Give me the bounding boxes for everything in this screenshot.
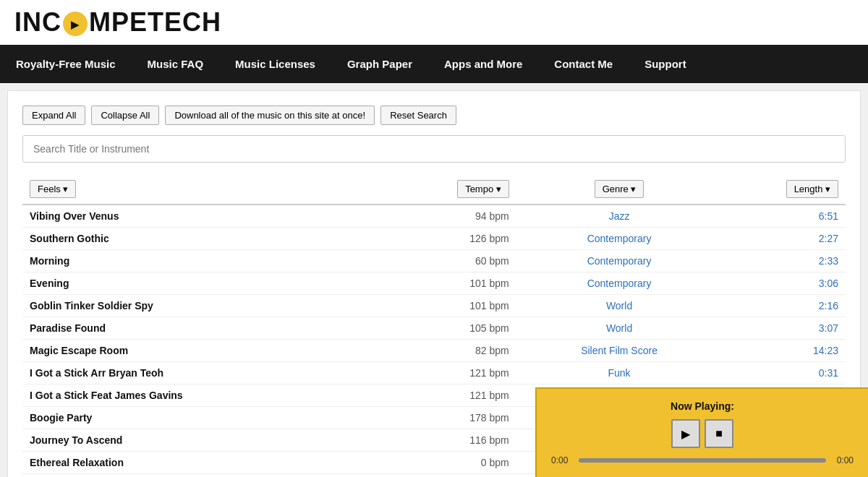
- feels-filter[interactable]: Feels ▾: [30, 180, 76, 198]
- play-button[interactable]: ▶: [671, 419, 700, 448]
- track-bpm: 126 bpm: [393, 228, 516, 250]
- track-bpm: 101 bpm: [393, 272, 516, 295]
- track-bpm: 60 bpm: [393, 250, 516, 272]
- track-length: 3:07: [722, 317, 846, 340]
- nav-graph-paper[interactable]: Graph Paper: [331, 45, 428, 83]
- track-bpm: 121 bpm: [393, 384, 516, 407]
- table-row[interactable]: Evening 101 bpm Contemporary 3:06: [22, 272, 846, 295]
- collapse-all-button[interactable]: Collapse All: [91, 106, 159, 125]
- track-title: Vibing Over Venus: [22, 205, 393, 228]
- track-genre: Contemporary: [516, 250, 723, 272]
- track-length: 6:51: [722, 205, 846, 228]
- track-bpm: 94 bpm: [393, 205, 516, 228]
- track-length: 2:33: [722, 250, 846, 272]
- nav-music-licenses[interactable]: Music Licenses: [219, 45, 331, 83]
- track-title: I Got a Stick Feat James Gavins: [22, 384, 393, 407]
- nav-royalty-free[interactable]: Royalty-Free Music: [0, 45, 132, 83]
- main-nav: Royalty-Free MusicMusic FAQMusic License…: [0, 45, 868, 83]
- expand-all-button[interactable]: Expand All: [22, 106, 85, 125]
- download-all-button[interactable]: Download all of the music on this site a…: [165, 106, 375, 125]
- time-start: 0:00: [551, 455, 573, 465]
- track-bpm: 101 bpm: [393, 295, 516, 317]
- track-title: Paradise Found: [22, 317, 393, 340]
- track-genre: Jazz: [516, 205, 723, 228]
- time-end: 0:00: [832, 455, 854, 465]
- track-bpm: 178 bpm: [393, 407, 516, 429]
- track-title: Journey To Ascend: [22, 429, 393, 452]
- track-title: Magic Escape Room: [22, 340, 393, 362]
- track-bpm: 105 bpm: [393, 317, 516, 340]
- track-bpm: 82 bpm: [393, 340, 516, 362]
- nav-music-faq[interactable]: Music FAQ: [132, 45, 220, 83]
- track-bpm: 121 bpm: [393, 362, 516, 384]
- genre-filter[interactable]: Genre ▾: [595, 180, 644, 198]
- track-title: Boogie Party: [22, 407, 393, 429]
- track-title: Southern Gothic: [22, 228, 393, 250]
- track-title: Goblin Tinker Soldier Spy: [22, 295, 393, 317]
- track-title: Evening: [22, 272, 393, 295]
- track-bpm: 89 bpm: [393, 474, 516, 478]
- table-row[interactable]: I Got a Stick Arr Bryan Teoh 121 bpm Fun…: [22, 362, 846, 384]
- track-length: 2:27: [722, 228, 846, 250]
- player-controls: ▶ ■: [551, 419, 854, 448]
- track-genre: Contemporary: [516, 272, 723, 295]
- now-playing-label: Now Playing:: [551, 400, 854, 412]
- track-length: 14:23: [722, 340, 846, 362]
- track-genre: World: [516, 317, 723, 340]
- track-genre: World: [516, 295, 723, 317]
- track-title: Morning: [22, 250, 393, 272]
- track-title: Space Jazz: [22, 474, 393, 478]
- track-title: I Got a Stick Arr Bryan Teoh: [22, 362, 393, 384]
- search-input[interactable]: [22, 135, 846, 163]
- nav-support[interactable]: Support: [629, 45, 702, 83]
- table-row[interactable]: Magic Escape Room 82 bpm Silent Film Sco…: [22, 340, 846, 362]
- table-row[interactable]: Paradise Found 105 bpm World 3:07: [22, 317, 846, 340]
- track-title: Ethereal Relaxation: [22, 452, 393, 474]
- nav-contact[interactable]: Contact Me: [538, 45, 629, 83]
- now-playing-player: Now Playing: ▶ ■ 0:00 0:00: [535, 387, 868, 477]
- table-header-row: Feels ▾ Tempo ▾ Genre ▾ Length ▾: [22, 174, 846, 205]
- nav-apps-more[interactable]: Apps and More: [428, 45, 538, 83]
- track-genre: Silent Film Score: [516, 340, 723, 362]
- table-row[interactable]: Vibing Over Venus 94 bpm Jazz 6:51: [22, 205, 846, 228]
- track-length: 3:06: [722, 272, 846, 295]
- logo: INCMPETECH: [14, 7, 221, 38]
- table-row[interactable]: Morning 60 bpm Contemporary 2:33: [22, 250, 846, 272]
- header: INCMPETECH: [0, 0, 868, 45]
- track-genre: Contemporary: [516, 228, 723, 250]
- track-length: 2:16: [722, 295, 846, 317]
- progress-bar[interactable]: [579, 458, 826, 463]
- progress-bar-container: 0:00 0:00: [551, 455, 854, 465]
- track-bpm: 116 bpm: [393, 429, 516, 452]
- stop-button[interactable]: ■: [705, 419, 733, 448]
- toolbar: Expand All Collapse All Download all of …: [22, 106, 846, 125]
- track-bpm: 0 bpm: [393, 452, 516, 474]
- logo-icon: [63, 12, 88, 36]
- track-genre: Funk: [516, 362, 723, 384]
- track-length: 0:31: [722, 362, 846, 384]
- tempo-filter[interactable]: Tempo ▾: [457, 180, 509, 198]
- table-row[interactable]: Southern Gothic 126 bpm Contemporary 2:2…: [22, 228, 846, 250]
- length-filter[interactable]: Length ▾: [786, 180, 838, 198]
- table-row[interactable]: Goblin Tinker Soldier Spy 101 bpm World …: [22, 295, 846, 317]
- reset-search-button[interactable]: Reset Search: [380, 106, 456, 125]
